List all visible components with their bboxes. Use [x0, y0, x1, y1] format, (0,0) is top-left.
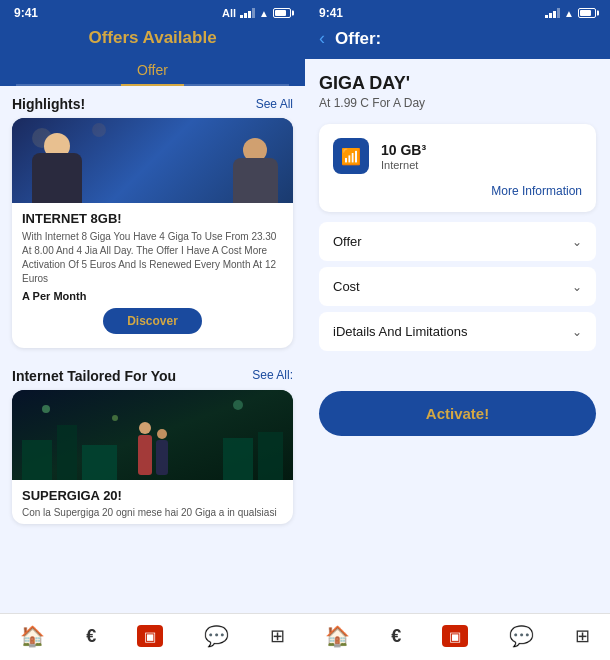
spacer — [305, 357, 610, 377]
internet-tailored-section-header: Internet Tailored For You See All: — [0, 360, 305, 390]
giga-icon: 📶 — [333, 138, 369, 174]
left-bottom-nav: 🏠 € ▣ 💬 ⊞ — [0, 613, 305, 660]
right-wifi-icon: ▲ — [564, 8, 574, 19]
right-bottom-nav: 🏠 € ▣ 💬 ⊞ — [305, 613, 610, 660]
left-panel: 9:41 All ▲ Offers Available Offer Highli… — [0, 0, 305, 660]
supergiga-desc: Con la Supergiga 20 ogni mese hai 20 Gig… — [12, 507, 293, 524]
right-grid-icon: ⊞ — [575, 625, 590, 647]
supergiga-card: SUPERGIGA 20! Con la Supergiga 20 ogni m… — [12, 390, 293, 524]
right-content: GIGA DAY' At 1.99 C For A Day 📶 10 GB³ I… — [305, 59, 610, 613]
right-status-bar: 9:41 ▲ — [305, 0, 610, 24]
offer-main-title: GIGA DAY' — [319, 73, 596, 94]
nav-chat[interactable]: 💬 — [196, 622, 237, 650]
internet-8gb-price: A Per Month — [22, 290, 283, 302]
accordion-cost: Cost ⌄ — [319, 267, 596, 306]
left-status-icons: All ▲ — [222, 7, 291, 19]
internet-8gb-card-body: INTERNET 8GB! With Internet 8 Giga You H… — [12, 203, 293, 348]
tab-offer[interactable]: Offer — [121, 56, 184, 86]
giga-label: Internet — [381, 159, 582, 171]
chevron-down-icon-2: ⌄ — [572, 280, 582, 294]
right-nav-home[interactable]: 🏠 — [317, 622, 358, 650]
left-header-title: Offers Available — [0, 24, 305, 56]
internet-8gb-card: INTERNET 8GB! With Internet 8 Giga You H… — [12, 118, 293, 348]
right-chat-icon: 💬 — [509, 624, 534, 648]
right-header: ‹ Offer: — [305, 24, 610, 59]
highlights-section-header: Highlights! See All — [0, 86, 305, 118]
right-home-icon: 🏠 — [325, 624, 350, 648]
accordion-cost-header[interactable]: Cost ⌄ — [319, 267, 596, 306]
euro-icon: € — [86, 626, 96, 647]
internet-8gb-title: INTERNET 8GB! — [22, 211, 283, 226]
right-battery-icon — [578, 8, 596, 18]
offer-subtitle: At 1.99 C For A Day — [319, 96, 596, 110]
right-nav-grid[interactable]: ⊞ — [567, 623, 598, 649]
nav-euro[interactable]: € — [78, 624, 104, 649]
nav-home[interactable]: 🏠 — [12, 622, 53, 650]
accordion-offer: Offer ⌄ — [319, 222, 596, 261]
right-sim-icon: ▣ — [442, 625, 468, 647]
left-scroll-content: Highlights! See All — [0, 86, 305, 613]
carrier-label: All — [222, 7, 236, 19]
battery-icon — [273, 8, 291, 18]
accordion-details-header[interactable]: iDetails And Limitations ⌄ — [319, 312, 596, 351]
left-tab-bar: Offer — [16, 56, 289, 86]
right-nav-chat[interactable]: 💬 — [501, 622, 542, 650]
discover-button[interactable]: Discover — [103, 308, 202, 334]
accordion-cost-label: Cost — [333, 279, 360, 294]
left-time: 9:41 — [14, 6, 38, 20]
right-nav-sim[interactable]: ▣ — [434, 623, 476, 649]
home-icon: 🏠 — [20, 624, 45, 648]
back-button[interactable]: ‹ — [319, 28, 325, 49]
highlights-title: Highlights! — [12, 96, 85, 112]
grid-icon: ⊞ — [270, 625, 285, 647]
signal-bars-icon — [240, 8, 255, 18]
right-status-icons: ▲ — [545, 8, 596, 19]
right-signal-bars — [545, 8, 560, 18]
accordion-details: iDetails And Limitations ⌄ — [319, 312, 596, 351]
chevron-down-icon: ⌄ — [572, 235, 582, 249]
internet-tailored-see-all[interactable]: See All: — [252, 368, 293, 384]
right-panel: 9:41 ▲ ‹ Offer: GIGA DAY' At 1.99 C For … — [305, 0, 610, 660]
right-time: 9:41 — [319, 6, 343, 20]
activate-button[interactable]: Activate! — [319, 391, 596, 436]
giga-amount: 10 GB³ — [381, 142, 582, 158]
supergiga-title: SUPERGIGA 20! — [12, 480, 293, 507]
giga-info: 10 GB³ Internet — [381, 142, 582, 171]
accordion-section: Offer ⌄ Cost ⌄ iDetails And Limitations … — [319, 222, 596, 351]
internet-tailored-title: Internet Tailored For You — [12, 368, 176, 384]
right-header-title: Offer: — [335, 29, 381, 49]
accordion-offer-label: Offer — [333, 234, 362, 249]
nav-sim[interactable]: ▣ — [129, 623, 171, 649]
more-info-button[interactable]: More Information — [491, 184, 582, 198]
left-status-bar: 9:41 All ▲ — [0, 0, 305, 24]
accordion-details-label: iDetails And Limitations — [333, 324, 467, 339]
more-info-row: More Information — [333, 184, 582, 198]
wifi-icon: ▲ — [259, 8, 269, 19]
internet-8gb-desc: With Internet 8 Giga You Have 4 Giga To … — [22, 230, 283, 286]
card-image-people — [12, 118, 293, 203]
supergiga-card-image — [12, 390, 293, 480]
highlights-see-all[interactable]: See All — [256, 97, 293, 111]
sim-icon: ▣ — [137, 625, 163, 647]
chevron-down-icon-3: ⌄ — [572, 325, 582, 339]
right-nav-euro[interactable]: € — [383, 624, 409, 649]
offer-title-section: GIGA DAY' At 1.99 C For A Day — [305, 59, 610, 114]
chat-icon: 💬 — [204, 624, 229, 648]
giga-card: 📶 10 GB³ Internet More Information — [319, 124, 596, 212]
signal-strength-icon: 📶 — [341, 147, 361, 166]
accordion-offer-header[interactable]: Offer ⌄ — [319, 222, 596, 261]
nav-grid[interactable]: ⊞ — [262, 623, 293, 649]
right-euro-icon: € — [391, 626, 401, 647]
activate-section: Activate! — [305, 377, 610, 450]
giga-card-row: 📶 10 GB³ Internet — [333, 138, 582, 174]
